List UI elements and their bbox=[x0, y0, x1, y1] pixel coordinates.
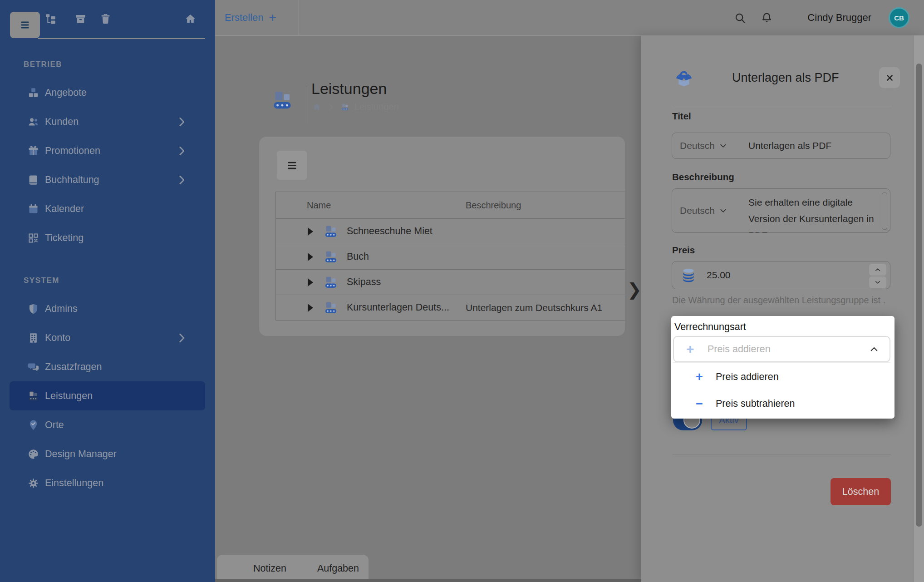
create-button[interactable]: Erstellen + bbox=[215, 0, 299, 35]
tab-aufgaben[interactable]: Aufgaben bbox=[302, 563, 374, 574]
preis-field[interactable]: 25.00 bbox=[672, 261, 890, 289]
page-title: Leistungen bbox=[311, 80, 387, 98]
sidebar-item-label: Leistungen bbox=[45, 390, 93, 402]
header-divider bbox=[307, 86, 307, 123]
plus-icon: + bbox=[696, 370, 709, 384]
row-conveyor-icon bbox=[323, 300, 339, 316]
preis-label: Preis bbox=[672, 245, 695, 256]
stepper-down-button[interactable] bbox=[869, 276, 886, 288]
column-header-name: Name bbox=[307, 200, 331, 211]
preis-value[interactable]: 25.00 bbox=[707, 270, 731, 281]
chevron-right-icon bbox=[176, 116, 188, 128]
sidebar-item-design-manager[interactable]: Design Manager bbox=[10, 439, 205, 469]
dropdown-menu: + Preis addieren − Preis subtrahieren bbox=[673, 362, 890, 418]
archive-icon[interactable] bbox=[74, 13, 87, 25]
sidebar-item-ticketing[interactable]: Ticketing bbox=[10, 223, 205, 252]
drawer-collapse-handle[interactable]: ❯ bbox=[624, 278, 644, 301]
table-menu-button[interactable] bbox=[277, 151, 307, 180]
close-button[interactable] bbox=[879, 67, 900, 88]
table-row[interactable]: Kursunterlagen Deuts... Unterlagen zum D… bbox=[276, 295, 625, 321]
language-select[interactable]: Deutsch bbox=[680, 140, 727, 151]
breadcrumb: Leistungen bbox=[312, 102, 399, 112]
expand-caret-icon[interactable] bbox=[308, 227, 313, 236]
map-pin-icon bbox=[27, 419, 39, 431]
sidebar-item-kalender[interactable]: Kalender bbox=[10, 194, 205, 223]
delete-button[interactable]: Löschen bbox=[831, 478, 891, 505]
chevron-up-icon bbox=[870, 345, 879, 354]
main-content: Leistungen Leistungen Name Beschreibung … bbox=[215, 35, 641, 582]
table-row[interactable]: Schneeschuhe Miet bbox=[276, 219, 625, 244]
sidebar-item-zusatzfragen[interactable]: Zusatzfragen bbox=[10, 352, 205, 381]
beschreibung-value[interactable]: Sie erhalten eine digitale Version der K… bbox=[748, 189, 876, 232]
sidebar-item-angebote[interactable]: Angebote bbox=[10, 78, 205, 107]
tree-view-icon[interactable] bbox=[44, 13, 57, 25]
topbar: Erstellen + Cindy Brugger CB bbox=[215, 0, 924, 36]
titel-field[interactable]: Deutsch Unterlagen als PDF bbox=[672, 133, 890, 159]
sidebar-toolbar bbox=[0, 0, 215, 39]
sidebar-item-einstellungen[interactable]: Einstellungen bbox=[10, 469, 205, 498]
sidebar-item-label: Orte bbox=[45, 419, 64, 431]
sidebar-item-buchhaltung[interactable]: Buchhaltung bbox=[10, 165, 205, 194]
row-conveyor-icon bbox=[323, 224, 339, 239]
coins-icon bbox=[679, 266, 698, 284]
option-preis-addieren[interactable]: + Preis addieren bbox=[673, 365, 890, 390]
toolbar-divider bbox=[38, 38, 205, 39]
sidebar-item-label: Promotionen bbox=[45, 145, 100, 157]
table-row[interactable]: Buch bbox=[276, 244, 625, 270]
sidebar-item-label: Ticketing bbox=[45, 232, 84, 244]
trash-icon[interactable] bbox=[99, 13, 112, 25]
titel-value[interactable]: Unterlagen als PDF bbox=[748, 140, 831, 151]
verrechnungsart-select[interactable]: + Preis addieren bbox=[673, 336, 890, 362]
resize-grip-icon[interactable] bbox=[883, 225, 889, 232]
breadcrumb-current[interactable]: Leistungen bbox=[354, 102, 399, 112]
expand-caret-icon[interactable] bbox=[308, 304, 313, 312]
sidebar-item-label: Design Manager bbox=[45, 449, 117, 460]
building-icon bbox=[27, 332, 39, 344]
verrechnungsart-label: Verrechnungsart bbox=[674, 321, 746, 333]
detail-drawer: Unterlagen als PDF Titel Deutsch Unterla… bbox=[641, 35, 924, 582]
search-icon[interactable] bbox=[734, 12, 746, 24]
home-icon[interactable] bbox=[184, 13, 197, 25]
drawer-scrollbar-thumb[interactable] bbox=[916, 64, 922, 527]
sidebar-item-label: Admins bbox=[45, 303, 78, 315]
row-conveyor-icon bbox=[323, 249, 339, 265]
option-preis-subtrahieren[interactable]: − Preis subtrahieren bbox=[673, 391, 890, 416]
sidebar-item-orte[interactable]: Orte bbox=[10, 410, 205, 439]
sidebar-item-admins[interactable]: Admins bbox=[10, 294, 205, 323]
expand-caret-icon[interactable] bbox=[308, 253, 313, 261]
divider bbox=[672, 106, 891, 106]
language-select[interactable]: Deutsch bbox=[680, 205, 727, 216]
table-row[interactable]: Skipass bbox=[276, 270, 625, 295]
row-description: Unterlagen zum Deutschkurs A1 bbox=[466, 295, 602, 320]
sidebar-item-kunden[interactable]: Kunden bbox=[10, 107, 205, 136]
sidebar-item-konto[interactable]: Konto bbox=[10, 323, 205, 352]
language-value: Deutsch bbox=[680, 205, 715, 216]
avatar[interactable]: CB bbox=[889, 7, 909, 28]
sidebar-item-promotionen[interactable]: Promotionen bbox=[10, 136, 205, 165]
tab-notizen[interactable]: Notizen bbox=[238, 563, 302, 574]
breadcrumb-home-icon[interactable] bbox=[312, 103, 321, 112]
stepper-up-button[interactable] bbox=[869, 264, 886, 276]
sidebar-item-label: Angebote bbox=[45, 87, 87, 99]
expand-caret-icon[interactable] bbox=[308, 278, 313, 286]
chevron-right-icon bbox=[176, 174, 188, 186]
notifications-bell-icon[interactable] bbox=[761, 12, 773, 24]
minus-icon: − bbox=[696, 397, 709, 411]
row-name: Buch bbox=[347, 251, 369, 262]
plus-icon: + bbox=[686, 342, 694, 356]
table-header: Name Beschreibung bbox=[276, 192, 625, 219]
sidebar-collapse-button[interactable] bbox=[10, 12, 40, 38]
sidebar-item-label: Zusatzfragen bbox=[45, 361, 102, 373]
user-name[interactable]: Cindy Brugger bbox=[807, 12, 871, 24]
gift-icon bbox=[27, 145, 39, 157]
sidebar-section-system: SYSTEM bbox=[0, 276, 215, 285]
chevron-up-icon bbox=[875, 266, 881, 273]
gear-icon bbox=[27, 477, 39, 489]
table-card: Name Beschreibung Schneeschuhe Miet Buch bbox=[259, 137, 625, 336]
chevron-down-icon bbox=[875, 279, 881, 286]
beschreibung-field[interactable]: Deutsch Sie erhalten eine digitale Versi… bbox=[672, 188, 890, 233]
sidebar-item-leistungen[interactable]: Leistungen bbox=[10, 381, 205, 410]
conveyor-icon bbox=[27, 390, 39, 402]
option-label: Preis subtrahieren bbox=[716, 398, 795, 409]
textarea-scrollbar[interactable] bbox=[882, 192, 887, 230]
